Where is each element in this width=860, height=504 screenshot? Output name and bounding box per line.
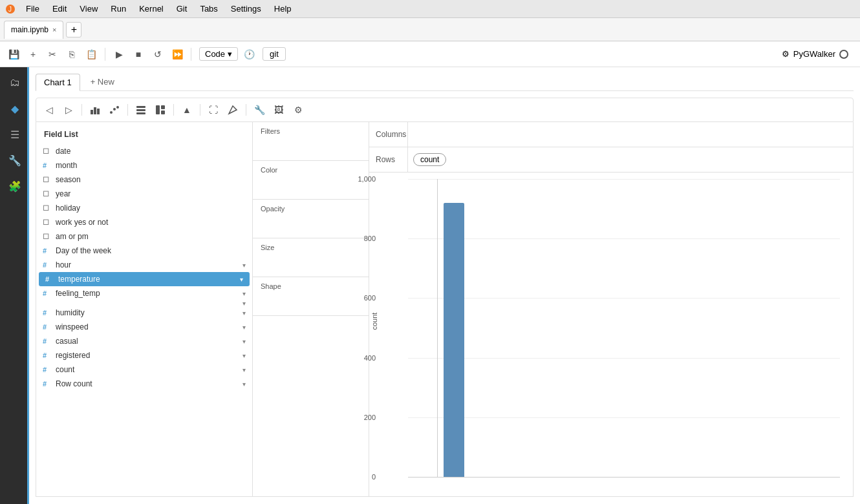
menu-tabs[interactable]: Tabs xyxy=(195,3,222,15)
field-list-title: Field List xyxy=(36,127,252,144)
svg-point-6 xyxy=(113,108,116,110)
brush-button[interactable] xyxy=(225,102,241,118)
field-hour[interactable]: # hour ▾ xyxy=(36,258,252,272)
field-date[interactable]: ☐ date xyxy=(36,144,252,158)
menu-help[interactable]: Help xyxy=(269,3,297,15)
stack-button[interactable] xyxy=(133,102,149,118)
chart-toolbar-sep2 xyxy=(127,104,128,116)
pygwalker-button[interactable]: ⚙ PyGWalker xyxy=(775,48,855,60)
menu-kernel[interactable]: Kernel xyxy=(134,3,169,15)
svg-rect-2 xyxy=(91,110,93,114)
up-button[interactable]: ▲ xyxy=(179,102,195,118)
field-month[interactable]: # month xyxy=(36,158,252,173)
run-button[interactable]: ▶ xyxy=(111,46,127,63)
save-button[interactable]: 💾 xyxy=(5,46,22,63)
sidebar-menu-icon[interactable]: ☰ xyxy=(5,124,25,145)
menu-file[interactable]: File xyxy=(21,3,45,15)
image-button[interactable]: 🖼 xyxy=(271,102,286,118)
gridline-400 xyxy=(408,358,840,359)
sidebar-tools-icon[interactable]: 🔧 xyxy=(5,150,25,171)
menu-view[interactable]: View xyxy=(74,3,103,15)
add-cell-button[interactable]: + xyxy=(25,46,41,63)
field-casual[interactable]: # casual ▾ xyxy=(36,334,252,348)
stop-button[interactable]: ■ xyxy=(130,46,147,63)
tab-close-button[interactable]: × xyxy=(52,26,56,34)
field-chevron-registered: ▾ xyxy=(242,352,246,359)
field-chevron-winspeed: ▾ xyxy=(242,324,246,331)
paste-button[interactable]: 📋 xyxy=(83,46,100,63)
field-label-registered: registered xyxy=(56,351,90,360)
chart-tab-1[interactable]: Chart 1 xyxy=(36,74,80,91)
field-humidity[interactable]: # humidity ▾ xyxy=(36,306,252,320)
ytick-400: 400 xyxy=(353,354,379,362)
menu-bar: File Edit View Run Kernel Git Tabs Setti… xyxy=(21,3,297,15)
field-chevron-casual: ▾ xyxy=(242,338,246,345)
menu-git[interactable]: Git xyxy=(171,3,193,15)
opacity-label: Opacity xyxy=(261,205,361,213)
new-chart-button[interactable]: + New xyxy=(83,74,122,90)
field-season[interactable]: ☐ season xyxy=(36,173,252,187)
chart-type-bar[interactable] xyxy=(87,102,103,118)
redo-button[interactable]: ▷ xyxy=(61,102,76,118)
field-chevron-count: ▾ xyxy=(242,366,246,373)
field-label-humidity: humidity xyxy=(56,308,85,317)
field-label-winspeed: winspeed xyxy=(56,322,89,331)
pygwalker-icon xyxy=(839,50,848,59)
field-dayofweek[interactable]: # Day of the week xyxy=(36,244,252,258)
field-icon-year: ☐ xyxy=(43,190,52,198)
field-label-count: count xyxy=(56,365,74,374)
sidebar-extensions-icon[interactable]: 🧩 xyxy=(5,176,25,196)
expand-button[interactable]: ⛶ xyxy=(206,102,221,118)
copy-button[interactable]: ⎘ xyxy=(63,46,80,63)
field-temperature[interactable]: # temperature ▾ xyxy=(39,272,250,286)
field-count[interactable]: # count ▾ xyxy=(36,362,252,377)
gridline-0 xyxy=(408,477,840,478)
field-icon-ampm: ☐ xyxy=(43,233,52,241)
field-holiday[interactable]: ☐ holiday xyxy=(36,201,252,215)
field-chevron-temperature: ▾ xyxy=(240,276,243,283)
sidebar-files-icon[interactable]: 🗂 xyxy=(5,72,25,93)
field-icon-winspeed: # xyxy=(43,323,52,331)
chart-type-scatter[interactable] xyxy=(107,102,122,118)
layout-button[interactable] xyxy=(153,102,168,118)
undo-button[interactable]: ◁ xyxy=(41,102,57,118)
ytick-0: 0 xyxy=(353,473,379,481)
more-button[interactable]: ⚙ xyxy=(290,102,306,118)
menu-edit[interactable]: Edit xyxy=(47,3,72,15)
field-rowcount[interactable]: # Row count ▾ xyxy=(36,377,252,391)
columns-area: Columns xyxy=(369,122,853,147)
main-tab[interactable]: main.ipynb × xyxy=(4,21,63,39)
field-feelingtemp[interactable]: # feeling_temp ▾ xyxy=(36,286,252,300)
field-label-rowcount: Row count xyxy=(56,379,92,388)
shape-label: Shape xyxy=(261,282,361,290)
field-icon-humidity: # xyxy=(43,309,52,317)
field-winspeed[interactable]: # winspeed ▾ xyxy=(36,320,252,334)
field-workday[interactable]: ☐ work yes or not xyxy=(36,215,252,229)
wrench-button[interactable]: 🔧 xyxy=(252,102,267,118)
svg-rect-10 xyxy=(136,112,145,114)
git-button[interactable]: git xyxy=(263,47,286,61)
menu-settings[interactable]: Settings xyxy=(226,3,266,15)
settings-icon: ⚙ xyxy=(782,49,790,59)
new-tab-button[interactable]: + xyxy=(66,22,81,37)
field-label-ampm: am or pm xyxy=(56,232,89,241)
restart-button[interactable]: ↺ xyxy=(149,46,166,63)
field-icon-month: # xyxy=(43,162,52,169)
cell-type-select[interactable]: Code ▾ xyxy=(199,47,238,61)
count-pill[interactable]: count xyxy=(413,153,446,166)
tab-label: main.ipynb xyxy=(11,25,48,34)
bar-count xyxy=(444,203,464,477)
field-icon-count: # xyxy=(43,366,52,373)
cut-button[interactable]: ✂ xyxy=(44,46,61,63)
field-registered[interactable]: # registered ▾ xyxy=(36,348,252,362)
field-ampm[interactable]: ☐ am or pm xyxy=(36,229,252,244)
field-year[interactable]: ☐ year xyxy=(36,187,252,201)
field-icon-holiday: ☐ xyxy=(43,204,52,213)
menu-run[interactable]: Run xyxy=(105,3,131,15)
restart-run-button[interactable]: ⏩ xyxy=(169,46,186,63)
svg-rect-13 xyxy=(161,110,165,114)
columns-content[interactable] xyxy=(408,122,853,147)
field-icon-registered: # xyxy=(43,352,52,359)
sidebar-chart-icon[interactable]: ◆ xyxy=(5,98,25,119)
filters-label: Filters xyxy=(261,127,361,135)
